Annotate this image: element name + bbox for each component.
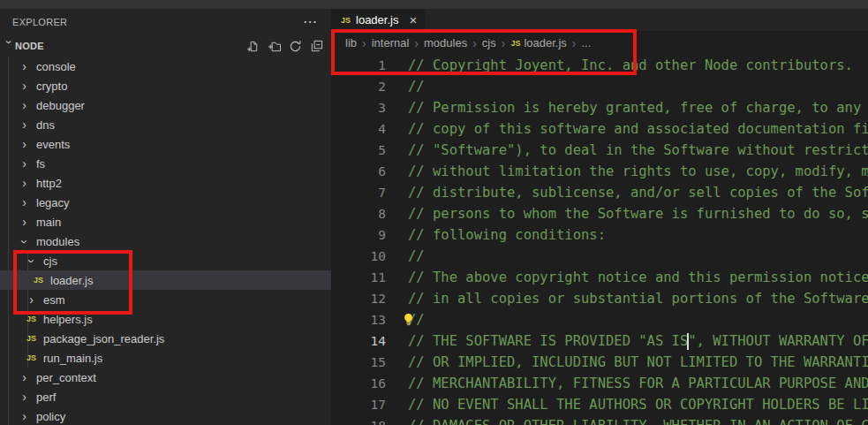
- breadcrumb-label: modules: [424, 36, 467, 49]
- tab-loader-js[interactable]: JS loader.js ×: [331, 9, 426, 31]
- tree-item-perf[interactable]: ›perf: [0, 387, 331, 406]
- file-tree: ›console›crypto›debugger›dns›events›fs›h…: [0, 57, 331, 425]
- chevron-right-icon: ›: [17, 410, 32, 422]
- section-header-node[interactable]: › NODE: [0, 35, 331, 57]
- chevron-right-icon: ›: [17, 371, 32, 383]
- breadcrumb-item-loader-js[interactable]: JSloader.js: [510, 36, 566, 49]
- close-icon[interactable]: ×: [409, 13, 417, 27]
- code-line-17[interactable]: 17// NO EVENT SHALL THE AUTHORS OR COPYR…: [331, 394, 868, 415]
- code-line-16[interactable]: 16// MERCHANTABILITY, FITNESS FOR A PART…: [331, 373, 868, 394]
- lightbulb-icon[interactable]: [402, 313, 415, 326]
- line-number: 6: [331, 164, 386, 178]
- code-text: // Permission is hereby granted, free of…: [408, 100, 868, 116]
- tree-item-legacy[interactable]: ›legacy: [0, 193, 331, 212]
- tree-item-esm[interactable]: ›esm: [0, 290, 331, 309]
- section-actions: [245, 39, 331, 53]
- breadcrumb-item-internal[interactable]: internal: [372, 36, 410, 49]
- line-number: 12: [331, 292, 386, 306]
- breadcrumb-item-lib[interactable]: lib: [345, 36, 357, 49]
- collapse-all-icon[interactable]: [309, 39, 323, 53]
- code-text: // in all copies or substantial portions…: [408, 291, 868, 307]
- chevron-right-icon: ›: [17, 196, 32, 209]
- code-text: // DAMAGES OR OTHER LIABILITY, WHETHER I…: [408, 418, 868, 425]
- tree-item-run_main-js[interactable]: JSrun_main.js: [0, 348, 331, 368]
- tree-item-label: per_context: [36, 371, 96, 384]
- chevron-right-icon: ›: [17, 60, 32, 72]
- tree-item-label: policy: [36, 410, 65, 423]
- breadcrumb-separator-icon: ›: [470, 36, 479, 50]
- tree-item-label: helpers.js: [43, 313, 93, 326]
- tree-item-events[interactable]: ›events: [0, 134, 331, 154]
- tree-item-label: loader.js: [50, 274, 93, 287]
- code-text: // without limitation the rights to use,…: [408, 163, 868, 179]
- code-line-11[interactable]: 11// The above copyright notice and this…: [331, 267, 868, 288]
- tree-item-label: run_main.js: [43, 352, 102, 365]
- code-line-7[interactable]: 7// distribute, sublicense, and/or sell …: [331, 182, 868, 203]
- code-line-9[interactable]: 9// following conditions:: [331, 224, 868, 246]
- tree-item-label: modules: [36, 235, 79, 248]
- code-line-14[interactable]: 14// THE SOFTWARE IS PROVIDED "AS IS", W…: [331, 330, 868, 352]
- breadcrumb-label: lib: [345, 36, 357, 49]
- tree-item-label: main: [36, 216, 61, 229]
- code-line-15[interactable]: 15// OR IMPLIED, INCLUDING BUT NOT LIMIT…: [331, 352, 868, 373]
- chevron-right-icon: ›: [17, 118, 32, 131]
- breadcrumb-label: internal: [372, 36, 410, 49]
- line-number: 17: [331, 398, 386, 412]
- code-line-5[interactable]: 5// "Software"), to deal in the Software…: [331, 140, 868, 161]
- code-line-10[interactable]: 10//: [331, 246, 868, 267]
- code-line-3[interactable]: 3// Permission is hereby granted, free o…: [331, 97, 868, 118]
- tree-item-cjs[interactable]: ›cjs: [0, 251, 331, 270]
- tree-item-crypto[interactable]: ›crypto: [0, 76, 331, 95]
- tree-item-policy[interactable]: ›policy: [0, 406, 331, 425]
- chevron-right-icon: ›: [24, 293, 39, 306]
- tree-item-package_json_reader-js[interactable]: JSpackage_json_reader.js: [0, 329, 331, 348]
- code-line-8[interactable]: 8// persons to whom the Software is furn…: [331, 203, 868, 224]
- js-file-icon: JS: [24, 334, 39, 343]
- code-text: // THE SOFTWARE IS PROVIDED "AS IS", WIT…: [408, 333, 868, 350]
- js-file-icon: JS: [510, 39, 520, 48]
- breadcrumb-item-cjs[interactable]: cjs: [482, 36, 496, 49]
- code-line-2[interactable]: 2//: [331, 76, 868, 97]
- breadcrumb-separator-icon: ›: [359, 36, 369, 50]
- chevron-right-icon: ›: [17, 99, 32, 111]
- code-text: // distribute, sublicense, and/or sell c…: [408, 185, 868, 201]
- tree-item-modules[interactable]: ›modules: [0, 231, 331, 251]
- code-line-18[interactable]: 18// DAMAGES OR OTHER LIABILITY, WHETHER…: [331, 415, 868, 425]
- editor-group: JS loader.js × lib›internal›modules›cjs›…: [331, 9, 868, 425]
- tree-item-label: crypto: [36, 80, 67, 93]
- tree-item-helpers-js[interactable]: JShelpers.js: [0, 309, 331, 329]
- tree-item-dns[interactable]: ›dns: [0, 115, 331, 134]
- code-line-1[interactable]: 1// Copyright Joyent, Inc. and other Nod…: [331, 55, 868, 76]
- breadcrumb-label: loader.js: [524, 36, 566, 49]
- code-line-12[interactable]: 12// in all copies or substantial portio…: [331, 288, 868, 309]
- js-file-icon: JS: [24, 315, 39, 323]
- tree-item-main[interactable]: ›main: [0, 212, 331, 231]
- line-number: 7: [331, 186, 386, 200]
- breadcrumb-item-modules[interactable]: modules: [424, 36, 467, 49]
- code-editor[interactable]: 1// Copyright Joyent, Inc. and other Nod…: [331, 55, 868, 425]
- tree-item-label: esm: [43, 293, 65, 307]
- new-file-icon[interactable]: [245, 39, 260, 53]
- chevron-down-icon: ›: [26, 254, 38, 269]
- tree-item-fs[interactable]: ›fs: [0, 154, 331, 173]
- tree-item-per_context[interactable]: ›per_context: [0, 368, 331, 387]
- tree-item-http2[interactable]: ›http2: [0, 173, 331, 193]
- tree-item-debugger[interactable]: ›debugger: [0, 95, 331, 115]
- line-number: 18: [331, 419, 386, 425]
- js-file-icon: JS: [31, 276, 46, 285]
- tree-item-label: perf: [36, 391, 56, 404]
- chevron-right-icon: ›: [17, 157, 32, 170]
- chevron-right-icon: ›: [17, 80, 32, 92]
- tree-item-loader-js[interactable]: JSloader.js: [0, 270, 331, 290]
- refresh-icon[interactable]: [288, 39, 302, 53]
- code-line-13[interactable]: 13//: [331, 309, 868, 330]
- chevron-right-icon: ›: [17, 216, 32, 228]
- breadcrumb-item----[interactable]: ...: [581, 36, 591, 49]
- more-actions-icon[interactable]: ⋯: [303, 15, 317, 29]
- tab-bar: JS loader.js ×: [331, 9, 868, 31]
- new-folder-icon[interactable]: [267, 39, 281, 53]
- code-text: // The above copyright notice and this p…: [408, 269, 868, 285]
- code-line-4[interactable]: 4// copy of this software and associated…: [331, 118, 868, 140]
- tree-item-console[interactable]: ›console: [0, 57, 331, 76]
- code-line-6[interactable]: 6// without limitation the rights to use…: [331, 161, 868, 182]
